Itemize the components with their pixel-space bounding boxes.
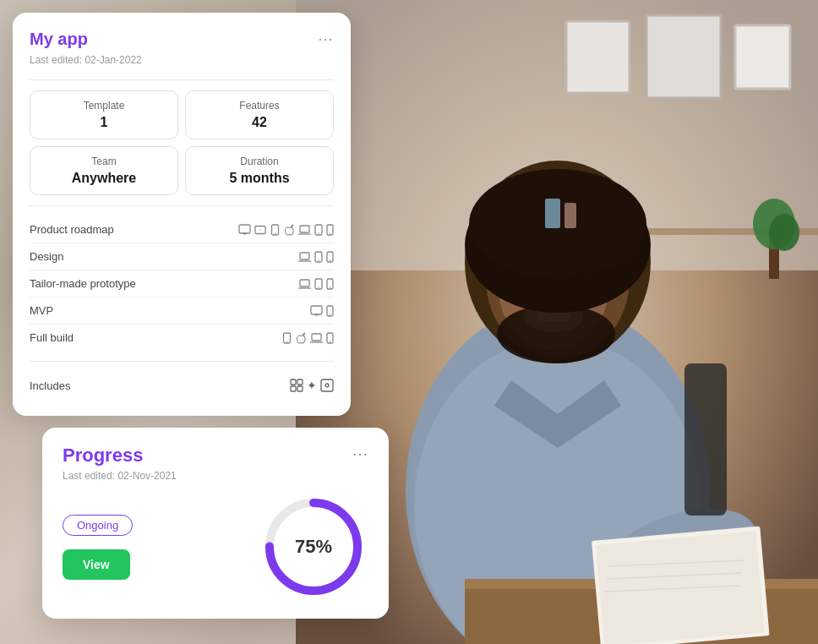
svg-rect-41 [300,226,309,232]
feature-product-roadmap: Product roadmap [30,216,334,243]
svg-point-75 [325,384,329,387]
phone-large-icon [314,224,323,236]
feature-icons-fullbuild [281,332,334,344]
stats-grid: Template 1 Features 42 Team Anywhere Dur… [30,90,334,195]
stat-features: Features 42 [185,90,334,139]
stat-team: Team Anywhere [30,146,178,195]
view-button[interactable]: View [63,549,130,580]
feature-fullbuild: Full build [30,325,334,351]
includes-row: Includes ✦ [30,372,334,399]
svg-rect-4 [735,25,790,89]
feature-icons-mvp [310,305,334,317]
svg-point-63 [330,314,330,314]
includes-icon-2: ✦ [307,379,317,392]
svg-point-15 [497,304,615,363]
svg-rect-34 [239,225,250,233]
donut-percent-label: 75% [295,536,332,558]
svg-point-65 [286,341,287,341]
stat-duration-label: Duration [198,156,321,167]
stat-duration-value: 5 months [198,171,321,186]
feature-icons-roadmap [238,224,334,236]
feature-icons-design [298,251,334,263]
stat-features-label: Features [198,100,321,112]
progress-left: Ongoing View [63,515,242,580]
includes-icon-3 [320,379,334,392]
progress-title: Progress [63,445,143,467]
stat-team-label: Team [42,156,166,167]
svg-point-69 [330,341,330,341]
phone-small-icon [326,224,334,236]
svg-rect-2 [566,21,630,93]
card-myapp-menu-button[interactable]: ⋯ [318,30,334,48]
phone-icon-2 [314,251,323,263]
svg-point-44 [318,232,319,233]
progress-header: Progress ⋯ [63,445,368,467]
svg-rect-70 [291,379,296,385]
feature-name: Product roadmap [30,223,114,236]
svg-rect-73 [297,386,303,391]
tablet-icon-4 [281,332,292,344]
svg-point-40 [275,232,275,233]
card-myapp-header: My app ⋯ [30,30,334,49]
stat-template-label: Template [42,100,166,112]
svg-point-31 [769,214,799,251]
divider-3 [30,361,334,362]
svg-rect-33 [564,203,576,228]
svg-point-17 [569,272,594,289]
svg-rect-24 [596,531,765,644]
status-badge: Ongoing [63,515,133,536]
progress-menu-button[interactable]: ⋯ [352,445,368,463]
tablet-portrait-icon [270,224,281,236]
apple-icon-2 [296,332,307,344]
feature-name: MVP [30,304,53,317]
includes-label: Includes [30,379,70,392]
card-progress: Progress ⋯ Last edited: 02-Nov-2021 Ongo… [42,428,389,619]
card-myapp: My app ⋯ Last edited: 02-Jan-2022 Templa… [13,13,351,416]
svg-point-56 [318,287,319,287]
includes-icon-1 [290,379,303,392]
apple-icon [284,224,295,236]
stat-features-value: 42 [198,115,321,130]
card-myapp-subtitle: Last edited: 02-Jan-2022 [30,54,334,66]
laptop-icon-4 [310,332,323,344]
feature-name: Full build [30,331,74,344]
monitor-icon [238,224,251,236]
phone-icon-4 [326,305,334,317]
phone-small-icon-2 [326,251,334,263]
svg-rect-59 [311,306,322,314]
feature-design: Design [30,243,334,270]
svg-point-50 [318,259,319,260]
progress-subtitle: Last edited: 02-Nov-2021 [63,470,368,482]
svg-rect-74 [321,379,333,391]
includes-icons: ✦ [290,379,334,392]
stat-team-value: Anywhere [42,171,166,186]
svg-point-52 [330,259,330,260]
divider-2 [30,205,334,206]
svg-rect-28 [684,363,727,516]
stat-template-value: 1 [42,115,166,130]
svg-rect-66 [312,334,321,341]
stat-template: Template 1 [30,90,178,139]
progress-content: Ongoing View 75% [63,492,368,602]
feature-name: Tailor-made prototype [30,277,136,290]
svg-rect-53 [300,280,309,287]
laptop-icon-3 [298,278,311,290]
feature-list: Product roadmap Design Tailor-made proto… [30,216,334,351]
stat-duration: Duration 5 months [185,146,334,195]
svg-point-38 [259,229,260,230]
feature-name: Design [30,250,63,263]
feature-icons-prototype [298,278,334,290]
laptop-icon [298,224,311,236]
laptop-icon-2 [298,251,311,263]
card-myapp-title: My app [30,30,88,49]
svg-rect-32 [545,199,560,228]
svg-point-16 [518,275,543,292]
phone-icon-5 [326,332,334,344]
svg-rect-72 [291,386,296,391]
divider-1 [30,79,334,80]
phone-icon-3 [314,278,323,290]
svg-rect-47 [300,253,309,259]
tablet-landscape-icon [254,224,266,236]
feature-prototype: Tailor-made prototype [30,270,334,297]
svg-point-46 [330,232,330,233]
